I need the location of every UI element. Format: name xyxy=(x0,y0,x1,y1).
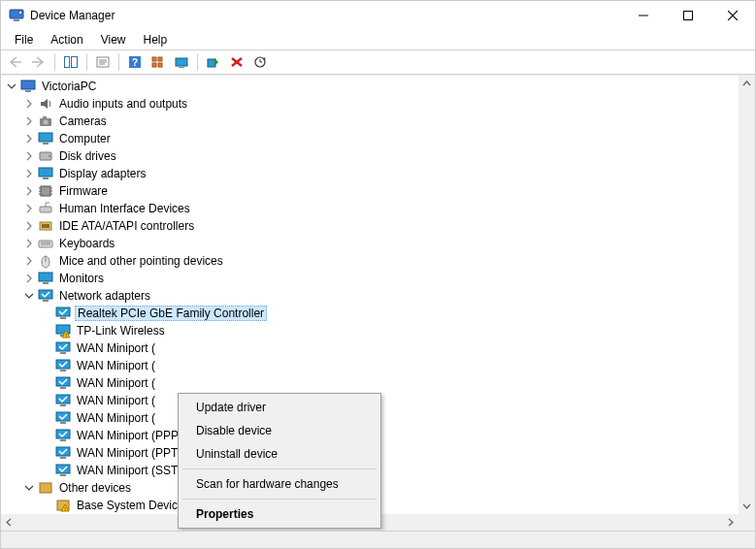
tree-node-label: Keyboards xyxy=(57,237,116,250)
expander-icon[interactable] xyxy=(5,80,18,93)
network-icon xyxy=(38,288,53,304)
svg-rect-34 xyxy=(39,168,52,177)
svg-rect-1 xyxy=(14,19,19,21)
tree-category[interactable]: Disk drives xyxy=(1,147,739,165)
toolbar-show-hide-tree-button[interactable] xyxy=(60,51,82,73)
disk-icon xyxy=(38,148,53,164)
expander-icon xyxy=(40,429,53,442)
svg-rect-56 xyxy=(60,317,66,319)
tree-category[interactable]: Cameras xyxy=(1,113,739,130)
tree-category[interactable]: Monitors xyxy=(1,270,739,287)
expander-icon[interactable] xyxy=(22,97,36,111)
expander-icon xyxy=(40,464,53,477)
toolbar-properties-button[interactable] xyxy=(92,51,114,73)
tree-device[interactable]: Realtek PCIe GbE Family Controller xyxy=(1,305,739,322)
expander-icon[interactable] xyxy=(22,481,36,495)
tree-category[interactable]: Computer xyxy=(1,130,739,147)
toolbar-forward-button[interactable] xyxy=(28,51,49,73)
tree-node-label: Monitors xyxy=(57,272,106,285)
tree-category[interactable]: Display adapters xyxy=(1,165,739,182)
svg-rect-35 xyxy=(43,178,49,179)
svg-rect-69 xyxy=(60,422,66,424)
expander-icon[interactable] xyxy=(22,237,36,250)
expander-icon xyxy=(40,446,53,460)
context-menu: Update driverDisable deviceUninstall dev… xyxy=(178,393,381,529)
tree-device[interactable]: WAN Miniport ( xyxy=(1,339,739,357)
toolbar-back-button[interactable] xyxy=(5,51,26,73)
tree-category[interactable]: Audio inputs and outputs xyxy=(1,95,739,113)
expander-icon xyxy=(40,499,53,512)
camera-icon xyxy=(38,113,53,129)
expander-icon[interactable] xyxy=(22,132,36,145)
tree-category[interactable]: Human Interface Devices xyxy=(1,200,739,217)
expander-icon[interactable] xyxy=(22,219,36,233)
toolbar-uninstall-button[interactable] xyxy=(226,51,247,73)
svg-rect-66 xyxy=(56,395,70,404)
tree-category[interactable]: IDE ATA/ATAPI controllers xyxy=(1,217,739,235)
toolbar-update-driver-button[interactable] xyxy=(171,51,192,73)
expander-icon[interactable] xyxy=(22,114,36,128)
tree-category[interactable]: Firmware xyxy=(1,182,739,200)
tree-category[interactable]: Keyboards xyxy=(1,235,739,252)
svg-rect-4 xyxy=(684,12,693,20)
menu-action[interactable]: Action xyxy=(43,31,90,48)
expander-icon xyxy=(40,411,53,425)
scroll-down-button[interactable] xyxy=(739,498,755,514)
minimize-button[interactable] xyxy=(621,1,666,30)
toolbar: ? xyxy=(1,49,755,75)
toolbar-help-button[interactable]: ? xyxy=(124,51,146,73)
tree-node-label: Human Interface Devices xyxy=(57,202,192,215)
context-menu-item[interactable]: Uninstall device xyxy=(181,442,378,466)
scroll-up-button[interactable] xyxy=(739,76,755,92)
expander-icon[interactable] xyxy=(22,149,36,163)
vertical-scrollbar[interactable] xyxy=(739,76,755,514)
svg-rect-76 xyxy=(40,483,51,493)
svg-rect-8 xyxy=(72,57,78,68)
statusbar xyxy=(1,531,755,548)
close-button[interactable] xyxy=(710,1,755,30)
expander-icon[interactable] xyxy=(22,289,36,303)
tree-node-label: Other devices xyxy=(57,481,133,495)
svg-rect-19 xyxy=(176,58,187,66)
computer-root-icon xyxy=(20,79,36,94)
context-menu-item[interactable]: Update driver xyxy=(181,396,378,419)
expander-icon[interactable] xyxy=(22,272,36,285)
tree-root[interactable]: VictoriaPC xyxy=(1,78,739,95)
svg-point-2 xyxy=(18,11,22,15)
keyboard-icon xyxy=(38,236,53,251)
svg-rect-15 xyxy=(152,57,156,61)
svg-rect-7 xyxy=(65,57,70,68)
tree-node-label: Mice and other pointing devices xyxy=(57,254,225,268)
tree-device[interactable]: WAN Miniport ( xyxy=(1,357,739,374)
window-title: Device Manager xyxy=(30,9,621,22)
tree-category[interactable]: Network adapters xyxy=(1,287,739,305)
menu-help[interactable]: Help xyxy=(136,31,176,48)
tree-device[interactable]: WAN Miniport ( xyxy=(1,374,739,392)
network-icon xyxy=(55,445,71,461)
scroll-right-button[interactable] xyxy=(722,514,739,531)
svg-rect-51 xyxy=(39,273,52,281)
tree-category[interactable]: Mice and other pointing devices xyxy=(1,252,739,270)
expander-icon[interactable] xyxy=(22,184,36,198)
context-menu-item[interactable]: Disable device xyxy=(181,419,378,442)
context-menu-item[interactable]: Properties xyxy=(181,502,378,526)
menu-view[interactable]: View xyxy=(93,31,134,48)
svg-rect-63 xyxy=(60,370,66,371)
tree-node-label: TP-Link Wireless xyxy=(75,324,167,338)
scroll-left-button[interactable] xyxy=(1,514,17,531)
menu-file[interactable]: File xyxy=(7,31,41,48)
network-icon xyxy=(55,306,71,321)
svg-rect-54 xyxy=(43,300,49,302)
maximize-button[interactable] xyxy=(666,1,710,30)
scroll-track[interactable] xyxy=(739,92,755,498)
toolbar-view-icons-button[interactable] xyxy=(148,51,169,73)
expander-icon[interactable] xyxy=(22,254,36,268)
toolbar-enable-button[interactable] xyxy=(203,51,224,73)
toolbar-scan-hardware-button[interactable] xyxy=(249,51,271,73)
tree-device[interactable]: !TP-Link Wireless xyxy=(1,322,739,339)
expander-icon[interactable] xyxy=(22,202,36,215)
expander-icon[interactable] xyxy=(22,167,36,180)
context-menu-item[interactable]: Scan for hardware changes xyxy=(181,472,378,496)
tree-node-label: WAN Miniport ( xyxy=(75,376,157,390)
svg-rect-29 xyxy=(43,116,47,118)
